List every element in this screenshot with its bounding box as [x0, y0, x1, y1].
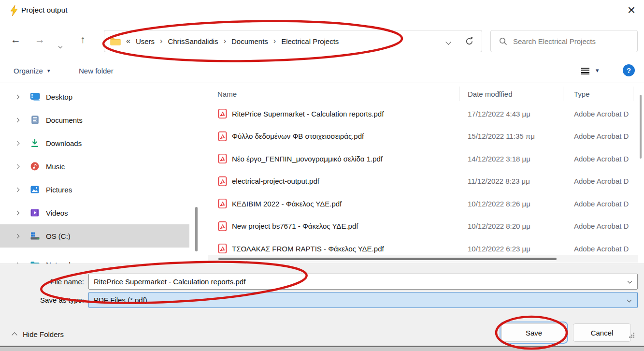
videos-icon: [30, 209, 40, 217]
chevron-right-icon[interactable]: [15, 117, 20, 122]
cancel-button[interactable]: Cancel: [573, 323, 631, 342]
history-dropdown-icon[interactable]: [59, 38, 62, 51]
search-input[interactable]: [513, 37, 637, 45]
chevron-right-icon[interactable]: [15, 141, 20, 146]
hide-folders-button[interactable]: Hide Folders: [13, 328, 64, 340]
column-divider[interactable]: [563, 87, 563, 101]
pictures-icon: [30, 186, 40, 193]
breadcrumb-item[interactable]: ChrisSandalidis: [164, 37, 221, 45]
table-row[interactable]: ΚΕΔΙΒΙΜ 2022 - Φάκελος ΥΔΕ.pdf 10/12/202…: [208, 192, 638, 215]
new-folder-button[interactable]: New folder: [79, 59, 114, 83]
file-date: 14/12/2022 3:18 μμ: [459, 155, 563, 163]
horizontal-scrollbar-track[interactable]: [208, 255, 638, 263]
chevron-right-icon[interactable]: [15, 164, 20, 169]
file-type: Adobe Acrobat D: [563, 155, 638, 163]
address-dropdown-icon[interactable]: [446, 37, 450, 45]
column-divider[interactable]: [633, 87, 633, 101]
save-as-type-label: Save as type:: [0, 296, 88, 304]
table-row[interactable]: New project bs7671 - Φάκελος ΥΔΕ.pdf 10/…: [208, 215, 638, 238]
chevron-right-icon[interactable]: [15, 94, 20, 99]
sidebar-item-music[interactable]: Music: [0, 155, 189, 178]
pdf-file-icon: [218, 109, 227, 118]
file-type: Adobe Acrobat D: [563, 110, 638, 118]
chevron-right-icon[interactable]: [15, 187, 20, 192]
file-date: 10/12/2022 8:26 μμ: [459, 200, 563, 208]
column-headers: Name Date modified Type: [208, 85, 638, 102]
sidebar-item-documents[interactable]: Documents: [0, 108, 189, 132]
column-divider[interactable]: [459, 87, 459, 101]
sidebar-item-label: Music: [46, 162, 65, 171]
sidebar-item-desktop[interactable]: Desktop: [0, 85, 189, 108]
view-dropdown-icon[interactable]: ▾: [596, 67, 599, 74]
breadcrumb-item[interactable]: Electrical Projects: [278, 37, 342, 45]
file-date: 10/12/2022 6:23 μμ: [459, 245, 563, 253]
resize-grip[interactable]: [633, 336, 634, 338]
breadcrumb-item[interactable]: Documents: [228, 37, 272, 45]
sidebar-item-label: OS (C:): [46, 232, 71, 240]
save-button[interactable]: Save: [501, 323, 566, 342]
search-box[interactable]: [490, 30, 638, 52]
sidebar-item-os-c[interactable]: OS (C:): [0, 224, 189, 248]
command-toolbar: Organize ▾ New folder ▾ ?: [0, 59, 644, 83]
file-date: 15/12/2022 11:35 πμ: [459, 132, 563, 140]
breadcrumb-item[interactable]: Users: [132, 37, 158, 45]
help-button[interactable]: ?: [623, 64, 635, 76]
file-name: Νέο έργο_ΓΕΝΠΙΝ_μονογραμμικό σελίδα 1.pd…: [232, 155, 383, 163]
lightning-icon: [10, 5, 18, 18]
file-type: Adobe Acrobat D: [563, 177, 638, 185]
table-row[interactable]: Φύλλο δεδομένων ΦΒ στοιχειοσειράς.pdf 15…: [208, 125, 638, 148]
file-rows: RitePrice Supermarket - Calculation repo…: [208, 102, 638, 263]
search-icon: [499, 37, 507, 45]
sidebar-item-label: Videos: [46, 209, 68, 217]
file-name: RitePrice Supermarket - Calculation repo…: [232, 110, 384, 118]
music-icon: [30, 162, 40, 171]
refresh-icon[interactable]: [465, 37, 474, 46]
pdf-file-icon: [218, 132, 227, 141]
chevron-right-icon[interactable]: [15, 210, 20, 215]
folder-icon: [110, 37, 121, 45]
file-name: electrical-project-output.pdf: [232, 177, 319, 185]
pdf-file-icon: [218, 244, 227, 253]
save-as-type-dropdown-icon[interactable]: [627, 298, 632, 303]
sidebar-item-network[interactable]: Network: [0, 253, 189, 263]
breadcrumb[interactable]: « Users›ChrisSandalidis›Documents›Electr…: [104, 30, 482, 52]
save-form-panel: File name: Save as type: PDF Files (*.pd…: [0, 263, 644, 346]
close-icon[interactable]: ×: [628, 2, 635, 18]
chevron-right-icon[interactable]: [15, 234, 20, 238]
column-header-name[interactable]: Name: [208, 90, 459, 98]
organize-label: Organize: [14, 67, 43, 75]
table-row[interactable]: Νέο έργο_ΓΕΝΠΙΝ_μονογραμμικό σελίδα 1.pd…: [208, 147, 638, 170]
column-header-type[interactable]: Type: [563, 90, 638, 98]
pdf-file-icon: [218, 221, 227, 231]
save-as-type-select[interactable]: PDF Files (*.pdf): [88, 292, 638, 308]
column-header-date[interactable]: Date modified: [459, 90, 563, 98]
sidebar: Desktop Documents Downloads Music: [0, 85, 189, 263]
sidebar-item-videos[interactable]: Videos: [0, 201, 189, 224]
breadcrumb-overflow-chevron[interactable]: «: [126, 37, 130, 45]
pdf-file-icon: [218, 199, 227, 208]
file-list: Name Date modified Type RitePrice Superm…: [208, 85, 638, 263]
horizontal-scrollbar[interactable]: [218, 258, 557, 260]
forward-button[interactable]: →: [35, 33, 45, 46]
back-button[interactable]: ←: [11, 33, 21, 46]
breadcrumb-separator-icon: ›: [273, 37, 276, 45]
sidebar-item-downloads[interactable]: Downloads: [0, 132, 189, 155]
sidebar-scrollbar[interactable]: [195, 207, 198, 251]
file-name: ΚΕΔΙΒΙΜ 2022 - Φάκελος ΥΔΕ.pdf: [232, 200, 342, 208]
table-row[interactable]: electrical-project-output.pdf 11/12/2022…: [208, 170, 638, 193]
sidebar-item-pictures[interactable]: Pictures: [0, 178, 189, 201]
vertical-scrollbar[interactable]: [640, 95, 642, 159]
organize-button[interactable]: Organize ▾: [14, 59, 50, 83]
list-view-icon[interactable]: [581, 68, 589, 74]
file-name-input[interactable]: [88, 274, 638, 290]
breadcrumb-separator-icon: ›: [160, 37, 162, 45]
file-date: 11/12/2022 8:23 μμ: [459, 177, 563, 185]
chevron-up-icon: [12, 332, 17, 337]
save-as-type-value: PDF Files (*.pdf): [94, 296, 147, 304]
window-bottom-edge: [0, 346, 644, 351]
file-type: Adobe Acrobat D: [563, 132, 638, 140]
sidebar-item-label: Downloads: [46, 139, 82, 147]
pdf-file-icon: [218, 176, 227, 186]
up-button[interactable]: ↑: [80, 33, 86, 46]
table-row[interactable]: RitePrice Supermarket - Calculation repo…: [208, 102, 638, 125]
